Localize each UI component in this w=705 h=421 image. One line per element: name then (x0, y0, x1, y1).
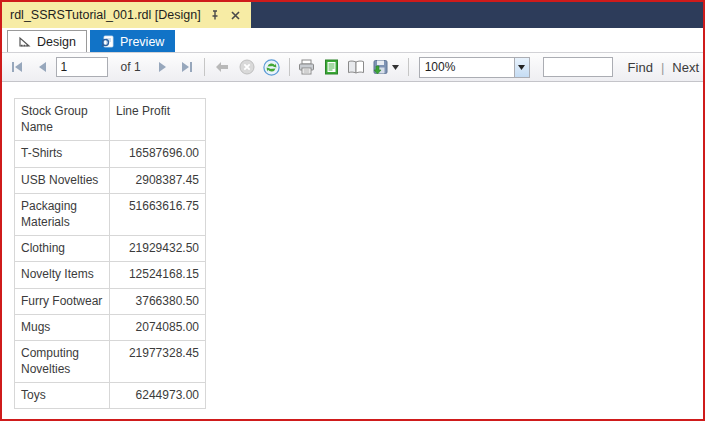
stock-group-cell: Clothing (15, 236, 110, 262)
table-row: Toys6244973.00 (15, 383, 206, 409)
line-profit-cell: 2908387.45 (110, 167, 206, 193)
next-page-icon (157, 61, 169, 73)
stock-group-cell: USB Novelties (15, 167, 110, 193)
report-table: Stock Group NameLine Profit T-Shirts1658… (14, 98, 206, 409)
line-profit-cell: 12524168.15 (110, 262, 206, 288)
tab-design[interactable]: Design (7, 30, 87, 52)
table-header-row: Stock Group NameLine Profit (15, 99, 206, 141)
table-row: T-Shirts16587696.00 (15, 141, 206, 167)
tab-design-label: Design (37, 35, 76, 49)
line-profit-cell: 2074085.00 (110, 314, 206, 340)
page-setup-icon (347, 60, 365, 75)
refresh-icon (263, 59, 280, 76)
previous-page-icon (36, 61, 48, 73)
table-row: Novelty Items12524168.15 (15, 262, 206, 288)
refresh-button[interactable] (261, 56, 283, 78)
back-button[interactable] (211, 56, 233, 78)
first-page-button[interactable] (6, 56, 28, 78)
line-profit-cell: 6244973.00 (110, 383, 206, 409)
export-dropdown-icon (392, 65, 399, 70)
line-profit-cell: 3766380.50 (110, 288, 206, 314)
search-input[interactable] (543, 57, 613, 77)
next-button[interactable]: Next (672, 60, 699, 75)
zoom-select[interactable]: 100% (419, 57, 530, 78)
stock-group-cell: Toys (15, 383, 110, 409)
zoom-value: 100% (420, 60, 514, 74)
line-profit-cell: 51663616.75 (110, 193, 206, 235)
stock-group-cell: T-Shirts (15, 141, 110, 167)
preview-toolbar: of 1 (2, 52, 703, 82)
zoom-dropdown-icon[interactable] (514, 58, 529, 77)
export-button[interactable] (370, 56, 402, 78)
toolbar-separator (204, 58, 205, 76)
stock-group-cell: Computing Novelties (15, 340, 110, 382)
toolbar-separator (289, 58, 290, 76)
print-button[interactable] (296, 56, 318, 78)
page-setup-button[interactable] (345, 56, 367, 78)
line-profit-cell: 21929432.50 (110, 236, 206, 262)
line-profit-cell: 21977328.45 (110, 340, 206, 382)
view-tabstrip: Design Preview (2, 28, 703, 52)
export-icon (372, 59, 389, 75)
tab-preview-label: Preview (120, 35, 164, 49)
column-header: Stock Group Name (15, 99, 110, 141)
first-page-icon (10, 61, 24, 73)
table-row: USB Novelties2908387.45 (15, 167, 206, 193)
document-titlebar: rdl_SSRSTutorial_001.rdl [Design] (2, 2, 703, 28)
stock-group-cell: Novelty Items (15, 262, 110, 288)
app-window: rdl_SSRSTutorial_001.rdl [Design] Design (0, 0, 705, 421)
report-table-body: T-Shirts16587696.00USB Novelties2908387.… (15, 141, 206, 409)
find-button[interactable]: Find (628, 60, 653, 75)
print-layout-button[interactable] (320, 56, 342, 78)
stock-group-cell: Packaging Materials (15, 193, 110, 235)
stop-button[interactable] (236, 56, 258, 78)
table-row: Packaging Materials51663616.75 (15, 193, 206, 235)
pin-icon[interactable] (208, 8, 222, 22)
stock-group-cell: Mugs (15, 314, 110, 340)
find-next-group: Find | Next (628, 60, 699, 75)
page-count-label: of 1 (121, 60, 141, 74)
document-tab[interactable]: rdl_SSRSTutorial_001.rdl [Design] (2, 2, 251, 28)
last-page-button[interactable] (176, 56, 198, 78)
preview-magnifier-icon (101, 35, 115, 48)
table-row: Furry Footwear3766380.50 (15, 288, 206, 314)
toolbar-separator (408, 58, 409, 76)
print-icon (298, 59, 315, 75)
line-profit-cell: 16587696.00 (110, 141, 206, 167)
document-title: rdl_SSRSTutorial_001.rdl [Design] (10, 8, 201, 22)
close-icon[interactable] (229, 8, 243, 22)
report-preview-area: Stock Group NameLine Profit T-Shirts1658… (2, 82, 703, 419)
table-row: Computing Novelties21977328.45 (15, 340, 206, 382)
back-icon (215, 61, 229, 73)
print-layout-icon (324, 59, 339, 75)
find-next-divider: | (661, 60, 664, 75)
table-row: Clothing21929432.50 (15, 236, 206, 262)
design-ruler-icon (18, 36, 32, 48)
page-number-input[interactable] (56, 57, 108, 77)
tab-preview[interactable]: Preview (90, 30, 175, 52)
table-row: Mugs2074085.00 (15, 314, 206, 340)
column-header: Line Profit (110, 99, 206, 141)
stop-icon (239, 59, 255, 75)
stock-group-cell: Furry Footwear (15, 288, 110, 314)
previous-page-button[interactable] (31, 56, 53, 78)
last-page-icon (180, 61, 194, 73)
next-page-button[interactable] (152, 56, 174, 78)
